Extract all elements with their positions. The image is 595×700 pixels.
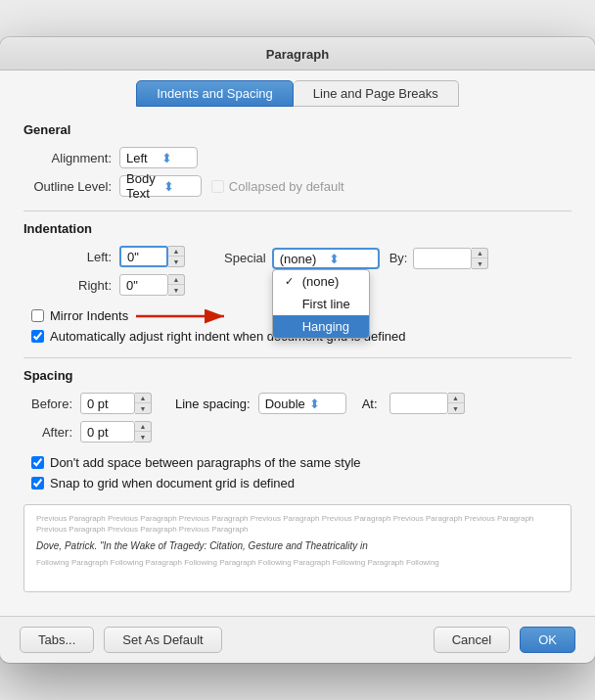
snap-grid-checkbox[interactable]: [31, 477, 44, 490]
alignment-select[interactable]: Left ⬍: [119, 147, 198, 168]
before-down[interactable]: ▼: [135, 403, 151, 413]
preview-box: Previous Paragraph Previous Paragraph Pr…: [23, 504, 572, 592]
right-indent-row: Right: 0" ▲ ▼: [23, 274, 185, 296]
before-row: Before: 0 pt ▲ ▼: [23, 393, 152, 414]
at-up[interactable]: ▲: [448, 394, 464, 403]
no-space-label: Don't add space between paragraphs of th…: [50, 455, 361, 470]
special-option-firstline-label: First line: [302, 297, 350, 311]
left-indent-arrows: ▲ ▼: [168, 246, 185, 267]
alignment-arrow-icon: ⬍: [161, 151, 193, 165]
collapsed-checkbox[interactable]: [211, 180, 224, 193]
after-spinner[interactable]: 0 pt ▲ ▼: [80, 421, 152, 443]
indentation-section: Indentation Left: 0" ▲ ▼: [23, 221, 572, 344]
mirror-indents-label: Mirror Indents: [50, 308, 128, 323]
left-indent-up[interactable]: ▲: [168, 247, 184, 257]
by-down[interactable]: ▼: [472, 258, 487, 268]
cancel-label: Cancel: [452, 632, 491, 647]
mirror-indents-checkbox[interactable]: [31, 309, 44, 322]
line-spacing-area: Line spacing: Double ⬍ At: ▲ ▼: [175, 393, 465, 414]
tab-indents-spacing-label: Indents and Spacing: [157, 86, 273, 101]
special-select[interactable]: (none) ⬍: [272, 248, 380, 269]
after-field[interactable]: 0 pt: [80, 421, 135, 443]
outline-level-select[interactable]: Body Text ⬍: [119, 175, 202, 197]
right-indent-down[interactable]: ▼: [168, 285, 184, 295]
special-option-hanging[interactable]: Hanging: [273, 315, 369, 338]
divider-1: [23, 210, 572, 211]
special-option-firstline[interactable]: First line: [273, 293, 369, 315]
cancel-button[interactable]: Cancel: [434, 627, 510, 653]
right-indent-arrows: ▲ ▼: [168, 274, 185, 296]
by-spinner[interactable]: ▲ ▼: [413, 248, 488, 269]
by-field[interactable]: [413, 248, 472, 269]
divider-2: [23, 357, 572, 358]
indentation-fields-row: Left: 0" ▲ ▼ Right:: [23, 246, 572, 303]
at-down[interactable]: ▼: [448, 403, 464, 413]
no-space-checkbox[interactable]: [31, 456, 44, 469]
set-default-label: Set As Default: [122, 632, 203, 647]
left-indent-row: Left: 0" ▲ ▼: [23, 246, 185, 267]
tabs-button-label: Tabs...: [38, 632, 75, 647]
auto-adjust-checkbox[interactable]: [31, 330, 44, 343]
after-up[interactable]: ▲: [135, 422, 151, 432]
before-after-fields: Before: 0 pt ▲ ▼ After:: [23, 393, 152, 449]
set-default-button[interactable]: Set As Default: [104, 627, 221, 653]
footer-left: Tabs... Set As Default: [20, 627, 222, 653]
tabs-button[interactable]: Tabs...: [20, 627, 94, 653]
general-section-title: General: [23, 122, 572, 137]
spacing-section-title: Spacing: [23, 368, 572, 383]
right-indent-spinner[interactable]: 0" ▲ ▼: [119, 274, 185, 296]
preview-prev-text: Previous Paragraph Previous Paragraph Pr…: [36, 513, 559, 535]
before-spinner[interactable]: 0 pt ▲ ▼: [80, 393, 152, 414]
collapsed-checkbox-label[interactable]: Collapsed by default: [211, 179, 344, 194]
special-area: Special (none) ⬍ ✓ (none): [224, 248, 488, 303]
before-up[interactable]: ▲: [135, 394, 151, 403]
snap-grid-row: Snap to grid when document grid is defin…: [23, 476, 572, 490]
tab-indents-spacing[interactable]: Indents and Spacing: [136, 80, 294, 107]
line-spacing-label: Line spacing:: [175, 397, 251, 411]
after-arrows: ▲ ▼: [135, 421, 152, 443]
line-spacing-select[interactable]: Double ⬍: [258, 393, 346, 414]
right-indent-up[interactable]: ▲: [168, 275, 184, 285]
outline-level-label: Outline Level:: [23, 179, 112, 194]
paragraph-dialog: Paragraph Indents and Spacing Line and P…: [0, 37, 595, 663]
tab-line-page-breaks[interactable]: Line and Page Breaks: [294, 80, 459, 107]
at-field[interactable]: [389, 393, 448, 414]
left-indent-down[interactable]: ▼: [168, 257, 184, 266]
left-indent-field[interactable]: 0": [119, 246, 168, 267]
no-space-row: Don't add space between paragraphs of th…: [23, 455, 572, 470]
ok-button[interactable]: OK: [520, 627, 575, 653]
special-dropdown-container: (none) ⬍ ✓ (none): [272, 248, 380, 269]
right-indent-value: 0": [126, 278, 138, 293]
preview-follow-text: Following Paragraph Following Paragraph …: [36, 557, 559, 568]
special-option-none-label: (none): [302, 274, 340, 289]
at-arrows: ▲ ▼: [448, 393, 465, 414]
special-option-none[interactable]: ✓ (none): [273, 270, 369, 293]
special-label: Special: [224, 248, 266, 265]
special-value: (none): [280, 252, 325, 266]
arrow-indicator: [126, 297, 244, 339]
at-spinner[interactable]: ▲ ▼: [389, 393, 465, 414]
after-down[interactable]: ▼: [135, 432, 151, 442]
special-row: Special (none) ⬍ ✓ (none): [224, 248, 488, 269]
special-arrow-icon: ⬍: [329, 252, 374, 266]
by-up[interactable]: ▲: [472, 249, 487, 258]
alignment-label: Alignment:: [23, 151, 112, 165]
footer: Tabs... Set As Default Cancel OK: [0, 616, 595, 663]
outline-level-arrow-icon: ⬍: [163, 179, 197, 194]
by-label: By:: [389, 248, 408, 265]
before-arrows: ▲ ▼: [135, 393, 152, 414]
special-option-hanging-label: Hanging: [302, 319, 349, 334]
title-bar: Paragraph: [0, 37, 595, 70]
at-label: At:: [362, 397, 378, 411]
before-field[interactable]: 0 pt: [80, 393, 135, 414]
alignment-value: Left: [126, 151, 158, 165]
checkmark-icon: ✓: [285, 275, 297, 288]
red-arrow-svg: [126, 297, 244, 336]
alignment-row: Alignment: Left ⬍: [23, 147, 572, 168]
snap-grid-label: Snap to grid when document grid is defin…: [50, 476, 295, 490]
dialog-content: General Alignment: Left ⬍ Outline Level:…: [0, 107, 595, 616]
outline-level-row: Outline Level: Body Text ⬍ Collapsed by …: [23, 175, 572, 197]
right-indent-field[interactable]: 0": [119, 274, 168, 296]
preview-main-text: Dove, Patrick. "In the Wake of Tragedy: …: [36, 538, 559, 553]
left-indent-spinner[interactable]: 0" ▲ ▼: [119, 246, 185, 267]
